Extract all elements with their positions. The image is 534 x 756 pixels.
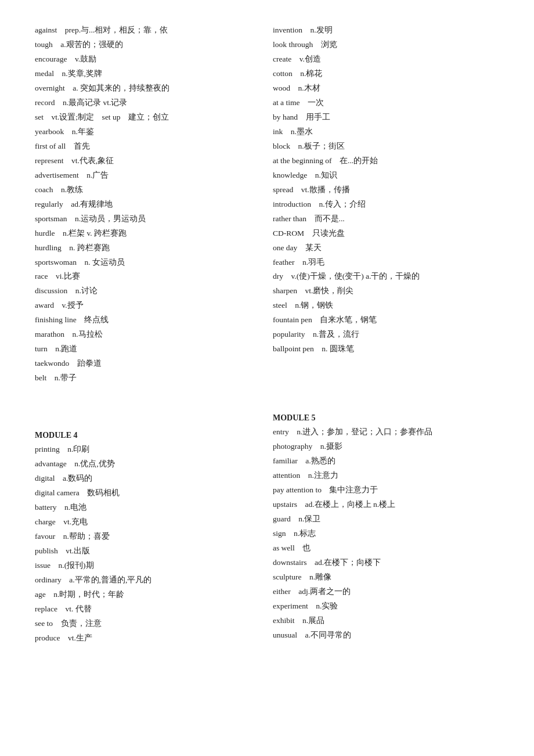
vocab-item: regularly ad.有规律地	[35, 197, 261, 212]
vocab-item: discussion n.讨论	[35, 284, 261, 298]
vocab-item: either adj.两者之一的	[273, 585, 499, 599]
vocab-item: set vt.设置;制定 set up 建立；创立	[35, 110, 261, 125]
vocab-item: fountain pen 自来水笔，钢笔	[273, 313, 499, 327]
vocab-item: CD-ROM 只读光盘	[273, 226, 499, 241]
vocab-item: tough a.艰苦的；强硬的	[35, 38, 261, 52]
vocab-item: at the beginning of 在...的开始	[273, 154, 499, 168]
vocab-item: invention n.发明	[273, 23, 499, 38]
vocab-item: exhibit n.展品	[273, 614, 499, 628]
vocab-item: sculpture n.雕像	[273, 570, 499, 585]
vocab-item: ink n.墨水	[273, 125, 499, 139]
vocab-item: charge vt.充电	[35, 515, 261, 530]
vocab-item: introduction n.传入；介绍	[273, 197, 499, 212]
vocab-item: steel n.钢，钢铁	[273, 298, 499, 313]
vocab-item: race vi.比赛	[35, 269, 261, 284]
vocab-item: sportswoman n. 女运动员	[35, 255, 261, 270]
top-section: against prep.与...相对，相反；靠，依tough a.艰苦的；强硬…	[35, 23, 499, 386]
vocab-item: hurdle n.栏架 v. 跨栏赛跑	[35, 226, 261, 241]
vocab-item: taekwondo 跆拳道	[35, 357, 261, 371]
left-column-bottom: MODULE 4 printing n.印刷advantage n.优点,优势d…	[35, 409, 273, 646]
vocab-item: advertisement n.广告	[35, 168, 261, 183]
vocab-item: sign n.标志	[273, 527, 499, 541]
vocab-item: age n.时期，时代；年龄	[35, 588, 261, 602]
vocab-item: wood n.木材	[273, 81, 499, 96]
right-column-top: invention n.发明look through 浏览create v.创造…	[273, 23, 499, 386]
vocab-item: rather than 而不是...	[273, 212, 499, 226]
vocab-item: feather n.羽毛	[273, 255, 499, 270]
vocab-item: create v.创造	[273, 52, 499, 67]
vocab-item: advantage n.优点,优势	[35, 457, 261, 471]
vocab-item: publish vt.出版	[35, 544, 261, 559]
vocab-item: award v.授予	[35, 298, 261, 313]
vocab-item: unusual a.不同寻常的	[273, 628, 499, 643]
vocab-item: downstairs ad.在楼下；向楼下	[273, 556, 499, 570]
vocab-item: record n.最高记录 vt.记录	[35, 96, 261, 110]
vocab-item: one day 某天	[273, 241, 499, 255]
vocab-item: issue n.(报刊)期	[35, 559, 261, 573]
vocab-item: sportsman n.运动员，男运动员	[35, 212, 261, 226]
vocab-item: block n.板子；街区	[273, 139, 499, 154]
vocab-item: medal n.奖章,奖牌	[35, 67, 261, 81]
vocab-item: hurdling n. 跨栏赛跑	[35, 241, 261, 255]
vocab-item: replace vt. 代替	[35, 602, 261, 617]
vocab-item: entry n.进入；参加，登记；入口；参赛作品	[273, 425, 499, 440]
vocab-item: digital a.数码的	[35, 471, 261, 486]
vocab-item: dry v.(使)干燥，使(变干) a.干的，干燥的	[273, 269, 499, 284]
vocab-item: encourage v.鼓励	[35, 52, 261, 67]
vocab-item: at a time 一次	[273, 96, 499, 110]
vocab-item: upstairs ad.在楼上，向楼上 n.楼上	[273, 498, 499, 512]
left-vocab-top: against prep.与...相对，相反；靠，依tough a.艰苦的；强硬…	[35, 23, 261, 386]
vocab-item: yearbook n.年鉴	[35, 125, 261, 139]
vocab-item: turn n.跑道	[35, 342, 261, 357]
right-vocab-top: invention n.发明look through 浏览create v.创造…	[273, 23, 499, 357]
vocab-item: against prep.与...相对，相反；靠，依	[35, 23, 261, 38]
module4-title: MODULE 4	[35, 431, 261, 440]
left-vocab-bottom: printing n.印刷advantage n.优点,优势digital a.…	[35, 442, 261, 646]
main-content: against prep.与...相对，相反；靠，依tough a.艰苦的；强硬…	[35, 23, 499, 646]
vocab-item: spread vt.散播，传播	[273, 183, 499, 197]
vocab-item: see to 负责，注意	[35, 617, 261, 631]
vocab-item: overnight a. 突如其来的，持续整夜的	[35, 81, 261, 96]
vocab-item: as well 也	[273, 541, 499, 556]
vocab-item: look through 浏览	[273, 38, 499, 52]
vocab-item: attention n.注意力	[273, 469, 499, 483]
vocab-item: sharpen vt.磨快，削尖	[273, 284, 499, 298]
vocab-item: experiment n.实验	[273, 599, 499, 614]
vocab-item: coach n.教练	[35, 183, 261, 197]
vocab-item: represent vt.代表,象征	[35, 154, 261, 168]
vocab-item: finishing line 终点线	[35, 313, 261, 327]
vocab-item: favour n.帮助；喜爱	[35, 530, 261, 544]
left-column-top: against prep.与...相对，相反；靠，依tough a.艰苦的；强硬…	[35, 23, 273, 386]
vocab-item: knowledge n.知识	[273, 168, 499, 183]
bottom-section: MODULE 4 printing n.印刷advantage n.优点,优势d…	[35, 409, 499, 646]
vocab-item: first of all 首先	[35, 139, 261, 154]
vocab-item: produce vt.生产	[35, 631, 261, 646]
vocab-item: familiar a.熟悉的	[273, 454, 499, 469]
vocab-item: pay attention to 集中注意力于	[273, 483, 499, 498]
module5-title: MODULE 5	[273, 413, 499, 423]
vocab-item: ordinary a.平常的,普通的,平凡的	[35, 573, 261, 588]
vocab-item: photography n.摄影	[273, 440, 499, 454]
vocab-item: guard n.保卫	[273, 512, 499, 527]
vocab-item: battery n.电池	[35, 501, 261, 515]
vocab-item: ballpoint pen n. 圆珠笔	[273, 342, 499, 357]
vocab-item: printing n.印刷	[35, 442, 261, 457]
right-vocab-bottom: entry n.进入；参加，登记；入口；参赛作品photography n.摄影…	[273, 425, 499, 643]
vocab-item: cotton n.棉花	[273, 67, 499, 81]
right-column-bottom: MODULE 5 entry n.进入；参加，登记；入口；参赛作品photogr…	[273, 409, 499, 646]
vocab-item: marathon n.马拉松	[35, 327, 261, 342]
vocab-item: popularity n.普及，流行	[273, 327, 499, 342]
vocab-item: belt n.带子	[35, 371, 261, 386]
vocab-item: digital camera 数码相机	[35, 486, 261, 501]
vocab-item: by hand 用手工	[273, 110, 499, 125]
